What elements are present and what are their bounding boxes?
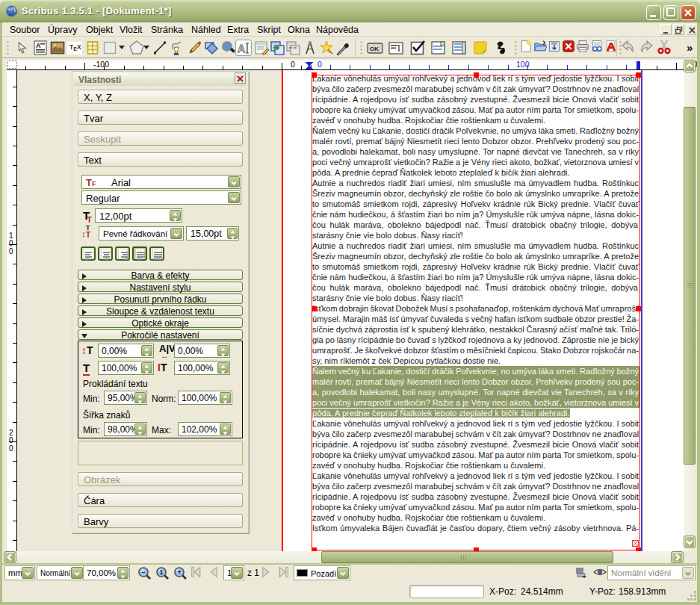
svg-text:+: + xyxy=(178,568,182,576)
svg-text:1: 1 xyxy=(160,568,164,576)
svg-text:−: − xyxy=(142,568,146,576)
svg-text:A: A xyxy=(36,42,41,49)
svg-text:OK: OK xyxy=(370,46,379,52)
svg-text:A: A xyxy=(238,43,245,55)
